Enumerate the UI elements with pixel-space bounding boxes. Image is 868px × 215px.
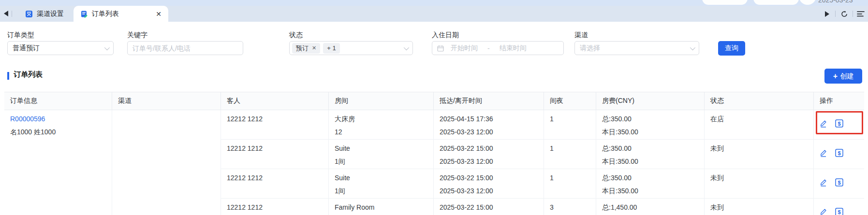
tab-order-list[interactable]: 订单列表 ✕ [74,6,168,22]
payment-button[interactable]: $ [835,119,843,128]
cell-order-info: R00000596 名1000 姓1000 [4,110,112,215]
toolbar-pill [702,0,748,5]
start-date-placeholder: 开始时间 [451,44,478,53]
svg-text:$: $ [838,121,840,127]
payment-button[interactable]: $ [835,178,843,186]
keyword-field [127,41,243,55]
divider [12,11,12,17]
tab-bar: 渠道设置 订单列表 ✕ [0,6,868,22]
col-order-info: 订单信息 [4,92,112,110]
cell-arrive-depart: 2025-03-22 15:002025-03-25 12:00 [434,199,544,215]
top-toolbar-strip: 2025-03-23 [0,0,868,6]
table-header: 订单信息 渠道 客人 房间 抵达/离开时间 间夜 房费(CNY) 状态 操作 [4,92,864,110]
close-tab-icon[interactable]: ✕ [156,11,162,17]
status-tag-text: 预订 [296,44,309,53]
edit-button[interactable] [820,119,827,128]
col-guest: 客人 [221,92,329,110]
chevron-down-icon [104,44,110,50]
cell-room: Suite1间 [329,169,434,199]
cell-fee: 总:1,450.00本日:550.00 [596,199,705,215]
edit-icon [820,119,827,128]
order-type-value: 普通预订 [13,44,40,53]
calendar-icon [437,45,444,52]
plus-icon: + [833,72,838,80]
end-date-placeholder: 结束时间 [500,44,527,53]
toolbar-circle [799,0,816,5]
cell-actions: $ [814,110,864,140]
col-room-fee: 房费(CNY) [596,92,705,110]
edit-icon [820,208,827,215]
channel-label: 渠道 [574,31,588,40]
order-type-select[interactable]: 普通预订 [7,41,114,55]
col-channel: 渠道 [112,92,221,110]
status-multiselect[interactable]: 预订 ✕ + 1 [289,41,413,55]
col-nights: 间夜 [544,92,596,110]
cell-nights: 1 [544,110,596,140]
tabs-scroll-forward-icon[interactable] [825,11,829,17]
svg-text:$: $ [838,209,840,215]
order-list-icon [80,10,88,18]
order-type-label: 订单类型 [7,31,34,40]
cell-nights: 1 [544,140,596,169]
svg-text:$: $ [838,150,840,156]
cell-status: 未到 [705,140,814,169]
refresh-icon[interactable] [840,10,848,18]
cell-nights: 1 [544,169,596,199]
tab-menu-icon[interactable] [857,11,865,17]
divider [853,11,853,17]
edit-button[interactable] [820,208,827,215]
status-tag: 预订 ✕ [292,43,320,54]
cell-actions: $ [814,199,864,215]
checkin-date-label: 入住日期 [432,31,459,40]
order-guest-name: 名1000 姓1000 [10,128,107,137]
channel-placeholder: 请选择 [580,44,600,53]
svg-text:$: $ [838,180,840,186]
tab-channel-settings[interactable]: 渠道设置 [19,6,70,22]
channel-select[interactable]: 请选择 [574,41,699,55]
cell-guest: 12212 1212 [221,199,329,215]
edit-icon [820,178,827,186]
status-more-tag: + 1 [323,43,339,54]
edit-button[interactable] [820,178,827,186]
col-actions: 操作 [814,92,864,110]
cell-fee: 总:350.00本日:350.00 [596,140,705,169]
chevron-down-icon [690,44,695,50]
payment-icon: $ [835,178,843,186]
cell-status: 在店 [705,110,814,140]
section-title: 订单列表 [14,70,43,79]
edit-icon [820,149,827,157]
checkin-date-range[interactable]: 开始时间 - 结束时间 [432,41,564,55]
main-content: 订单类型 普通预订 关键字 状态 预订 ✕ + 1 入住日期 开始时间 - 结束… [0,22,868,215]
keyword-label: 关键字 [127,31,147,40]
cell-arrive-depart: 2025-03-22 15:002025-03-23 12:00 [434,169,544,199]
col-status: 状态 [705,92,814,110]
search-button[interactable]: 查询 [718,41,745,56]
divider [835,11,836,17]
cell-status: 未到 [705,169,814,199]
create-order-button[interactable]: + 创建 [824,69,862,84]
table-body: R00000596 名1000 姓1000 12212 1212 大床房12 2… [4,110,864,215]
range-separator: - [487,44,490,52]
payment-button[interactable]: $ [835,208,843,215]
tab-label: 订单列表 [92,10,119,18]
cell-actions: $ [814,140,864,169]
cell-guest: 12212 1212 [221,110,329,140]
cell-fee: 总:350.00本日:350.00 [596,110,705,140]
cell-arrive-depart: 2025-04-15 17:362025-03-23 12:00 [434,110,544,140]
col-room: 房间 [329,92,434,110]
cell-room: Family Room1间 [329,199,434,215]
remove-tag-icon[interactable]: ✕ [312,45,316,51]
business-date: 2025-03-23 [818,0,853,4]
chevron-down-icon [404,44,409,50]
keyword-input[interactable] [132,44,238,52]
status-label: 状态 [289,31,303,40]
payment-button[interactable]: $ [835,149,843,157]
payment-icon: $ [835,119,843,128]
cell-guest: 12212 1212 [221,169,329,199]
order-id-link[interactable]: R00000596 [10,115,107,124]
col-arrive-depart: 抵达/离开时间 [434,92,544,110]
edit-button[interactable] [820,149,827,157]
cell-arrive-depart: 2025-03-22 15:002025-03-23 12:00 [434,140,544,169]
cell-nights: 3 [544,199,596,215]
tabs-scroll-back-icon[interactable] [4,11,8,16]
